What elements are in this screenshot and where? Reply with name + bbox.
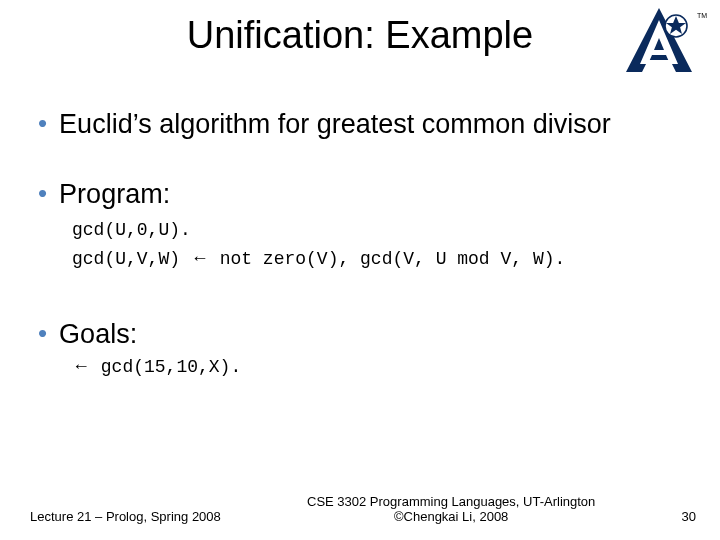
bullet-1: • Euclid’s algorithm for greatest common…: [38, 108, 682, 140]
footer-center-2: ©Chengkai Li, 2008: [221, 509, 682, 524]
bullet-3: • Goals:: [38, 318, 682, 350]
bullet-mark-icon: •: [38, 178, 47, 209]
left-arrow-icon: ←: [191, 248, 209, 268]
code-line-1: gcd(U,0,U).: [72, 217, 682, 245]
page-number: 30: [682, 509, 696, 524]
footer: Lecture 21 – Prolog, Spring 2008 CSE 330…: [30, 494, 696, 524]
slide-title: Unification: Example: [0, 14, 720, 57]
footer-left: Lecture 21 – Prolog, Spring 2008: [30, 509, 221, 524]
code-line-2a: gcd(U,V,W): [72, 249, 191, 269]
footer-center-1: CSE 3302 Programming Languages, UT-Arlin…: [221, 494, 682, 509]
footer-center: CSE 3302 Programming Languages, UT-Arlin…: [221, 494, 682, 524]
bullet-3-text: Goals:: [59, 318, 137, 350]
content-area: • Euclid’s algorithm for greatest common…: [38, 108, 682, 377]
code-line-2: gcd(U,V,W) ← not zero(V), gcd(V, U mod V…: [72, 245, 682, 274]
bullet-1-text: Euclid’s algorithm for greatest common d…: [59, 108, 611, 140]
left-arrow-icon: ←: [72, 356, 90, 376]
bullet-2-text: Program:: [59, 178, 170, 210]
uta-a-icon: [620, 6, 698, 76]
code-line-2b: not zero(V), gcd(V, U mod V, W).: [209, 249, 565, 269]
uta-logo: TM: [620, 6, 698, 76]
bullet-2: • Program:: [38, 178, 682, 210]
program-code: gcd(U,0,U). gcd(U,V,W) ← not zero(V), gc…: [72, 217, 682, 274]
bullet-mark-icon: •: [38, 318, 47, 349]
slide: Unification: Example TM • Euclid’s algor…: [0, 0, 720, 540]
goal-text: gcd(15,10,X).: [90, 357, 241, 377]
goal-code: ← gcd(15,10,X).: [72, 356, 682, 377]
trademark-text: TM: [697, 12, 707, 19]
bullet-mark-icon: •: [38, 108, 47, 139]
